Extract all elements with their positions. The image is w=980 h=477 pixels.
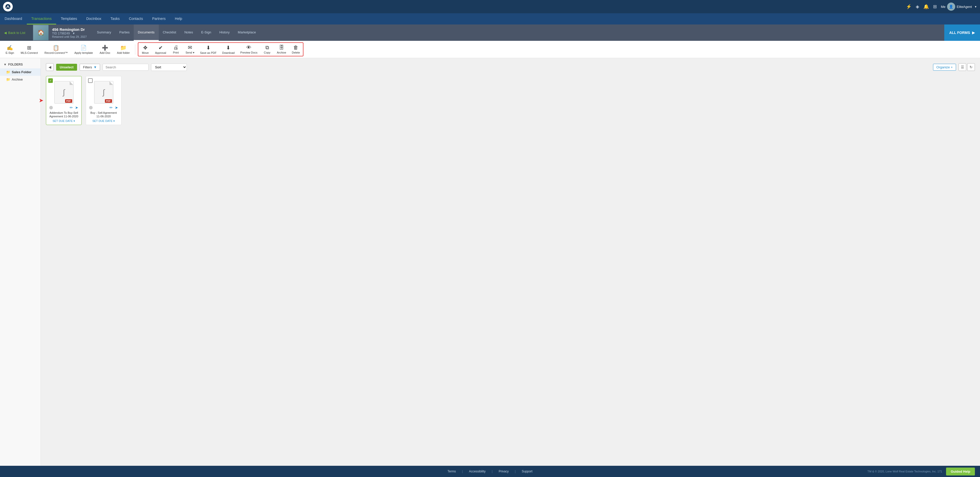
- toolbar-record-button[interactable]: 📋 Record-Connect™: [42, 44, 70, 56]
- esign-label: E-Sign: [6, 51, 14, 54]
- nav-dashboard[interactable]: Dashboard: [0, 13, 27, 24]
- search-input[interactable]: [103, 64, 148, 71]
- collapse-button[interactable]: ◀: [46, 63, 54, 71]
- toolbar-savepdf-button[interactable]: ⬇ Save as PDF: [197, 44, 219, 56]
- copy-icon: ⧉: [266, 45, 269, 51]
- due-date-arrow-2: ▾: [113, 119, 115, 122]
- delete-label: Delete: [292, 51, 300, 54]
- toolbar-download-button[interactable]: ⬇ Download: [220, 44, 237, 56]
- chevron-right-icon: ▶: [972, 30, 975, 35]
- tab-documents[interactable]: Documents: [134, 24, 159, 41]
- toolbar-add-doc-button[interactable]: ➕ Add Doc: [97, 44, 113, 56]
- main-nav: Dashboard Transactions Templates DocInbo…: [0, 13, 980, 24]
- back-to-list-button[interactable]: ◀ Back to List: [0, 24, 33, 41]
- toolbar-esign-button[interactable]: ✍ E-Sign: [3, 44, 17, 56]
- property-address: 456 Remington Dr: [52, 27, 87, 32]
- pdf-badge-1: PDF: [65, 99, 72, 103]
- tab-parties[interactable]: Parties: [115, 24, 134, 41]
- folders-header[interactable]: ▼ FOLDERS: [0, 61, 41, 68]
- pdf-page-1: ∫ PDF: [54, 81, 73, 103]
- archive-icon: 🗄: [279, 45, 284, 51]
- user-menu[interactable]: Me 👤 EliteAgent ▼: [941, 3, 977, 11]
- footer-accessibility-link[interactable]: Accessibility: [469, 470, 485, 473]
- toolbar-move-button[interactable]: ✥ Move: [139, 44, 152, 56]
- doc-due-date-1[interactable]: SET DUE DATE ▾: [52, 119, 75, 123]
- tab-summary[interactable]: Summary: [93, 24, 115, 41]
- grid-icon[interactable]: ⊞: [933, 4, 937, 10]
- diamond-icon[interactable]: ◈: [916, 4, 919, 10]
- tab-notes[interactable]: Notes: [180, 24, 197, 41]
- doc-share-icon-1[interactable]: ➤: [75, 105, 78, 110]
- sort-select[interactable]: Sort: [151, 64, 187, 71]
- doc-edit-icon-1[interactable]: ✏: [70, 105, 73, 110]
- tab-checklist[interactable]: Checklist: [159, 24, 180, 41]
- organize-button[interactable]: Organize +: [933, 64, 956, 71]
- doc-share-icon-2[interactable]: ➤: [115, 105, 118, 110]
- footer-sep-2: |: [492, 470, 493, 473]
- footer-privacy-link[interactable]: Privacy: [499, 470, 509, 473]
- toolbar-delete-button[interactable]: 🗑 Delete: [289, 44, 302, 55]
- transaction-info: 456 Remington Dr TID 1798249 ▼ Retained …: [48, 27, 90, 38]
- tab-history[interactable]: History: [215, 24, 234, 41]
- footer-support-link[interactable]: Support: [522, 470, 532, 473]
- footer-right: TM & © 2020, Lone Wolf Real Estate Techn…: [490, 467, 975, 475]
- add-folder-label: Add folder: [117, 51, 130, 54]
- unselect-button[interactable]: Unselect: [56, 64, 77, 71]
- doc-toolbar: ✍ E-Sign ⊞ MLS-Connect 📋 Record-Connect™…: [0, 41, 980, 58]
- footer-sep-3: |: [515, 470, 515, 473]
- filters-button[interactable]: Filters ▼: [80, 64, 100, 71]
- toolbar-apply-template-button[interactable]: 📄 Apply template: [72, 44, 95, 56]
- print-icon: 🖨: [173, 45, 178, 51]
- filter-icon: ▼: [94, 65, 97, 69]
- pdf-page-2: ∫ PDF: [94, 81, 113, 103]
- approval-icon: ✔: [159, 45, 163, 51]
- toolbar-copy-button[interactable]: ⧉ Copy: [261, 44, 274, 55]
- user-dropdown-arrow: ▼: [974, 5, 977, 8]
- doc-edit-icon-2[interactable]: ✏: [110, 105, 113, 110]
- toolbar-preview-button[interactable]: 👁 Preview Docs: [238, 44, 260, 55]
- doc-sidebar: ▼ FOLDERS 📁 Sales Folder 📁 Archive: [0, 58, 41, 466]
- nav-transactions[interactable]: Transactions: [27, 13, 56, 24]
- copy-label: Copy: [264, 51, 270, 54]
- doc-card-2[interactable]: ∫ PDF ✏ ➤ Buy - Sell Agreement 11-06-202…: [86, 76, 121, 125]
- list-view-button[interactable]: ☰: [959, 63, 966, 71]
- savepdf-icon: ⬇: [206, 45, 210, 51]
- toolbar-archive-button[interactable]: 🗄 Archive: [274, 44, 289, 55]
- sidebar-item-archive[interactable]: 📁 Archive: [0, 76, 41, 83]
- footer-links: Terms | Accessibility | Privacy | Suppor…: [448, 470, 533, 473]
- toolbar-add-folder-button[interactable]: 📁 Add folder: [115, 44, 132, 56]
- nav-help[interactable]: Help: [170, 13, 187, 24]
- toolbar-send-button[interactable]: ✉ Send ▾: [183, 43, 197, 56]
- toolbar-mls-button[interactable]: ⊞ MLS-Connect: [18, 44, 40, 56]
- tab-marketplace[interactable]: Marketplace: [234, 24, 260, 41]
- refresh-button[interactable]: ↻: [967, 63, 975, 71]
- add-doc-icon: ➕: [102, 45, 108, 51]
- doc-due-date-2[interactable]: SET DUE DATE ▾: [92, 119, 115, 123]
- delete-icon: 🗑: [293, 45, 298, 51]
- nav-templates[interactable]: Templates: [56, 13, 82, 24]
- tab-esign[interactable]: E-Sign: [197, 24, 215, 41]
- transaction-bar: ◀ Back to List 🏠 456 Remington Dr TID 17…: [0, 24, 980, 41]
- nav-docinbox[interactable]: DocInbox: [82, 13, 106, 24]
- approval-label: Approval: [155, 51, 166, 54]
- nav-tasks[interactable]: Tasks: [106, 13, 124, 24]
- lightning-icon[interactable]: ⚡: [906, 4, 912, 10]
- toolbar-approval-button[interactable]: ✔ Approval: [153, 44, 169, 56]
- folder-section-icon: ▼: [3, 63, 6, 66]
- sidebar-item-sales-folder[interactable]: 📁 Sales Folder: [0, 68, 41, 76]
- chevron-down-icon[interactable]: ▼: [72, 32, 75, 35]
- move-label: Move: [142, 51, 149, 54]
- app-logo[interactable]: [3, 2, 13, 11]
- notification-icon[interactable]: 🔔: [923, 4, 929, 10]
- doc-card-1[interactable]: ✓ ∫ PDF ✏ ➤: [46, 76, 82, 125]
- toolbar-separator: [135, 45, 135, 55]
- nav-partners[interactable]: Partners: [148, 13, 170, 24]
- guided-help-button[interactable]: Guided Help: [946, 467, 975, 475]
- mls-label: MLS-Connect: [21, 51, 38, 54]
- toolbar-print-button[interactable]: 🖨 Print: [169, 44, 183, 55]
- nav-contacts[interactable]: Contacts: [124, 13, 148, 24]
- doc-card-wrapper-1: ➤ ✓ ∫ PDF ✏ ➤: [46, 76, 82, 125]
- footer-terms-link[interactable]: Terms: [448, 470, 456, 473]
- avatar: 👤: [947, 3, 955, 11]
- all-forms-button[interactable]: ALL FORMS ▶: [944, 24, 980, 41]
